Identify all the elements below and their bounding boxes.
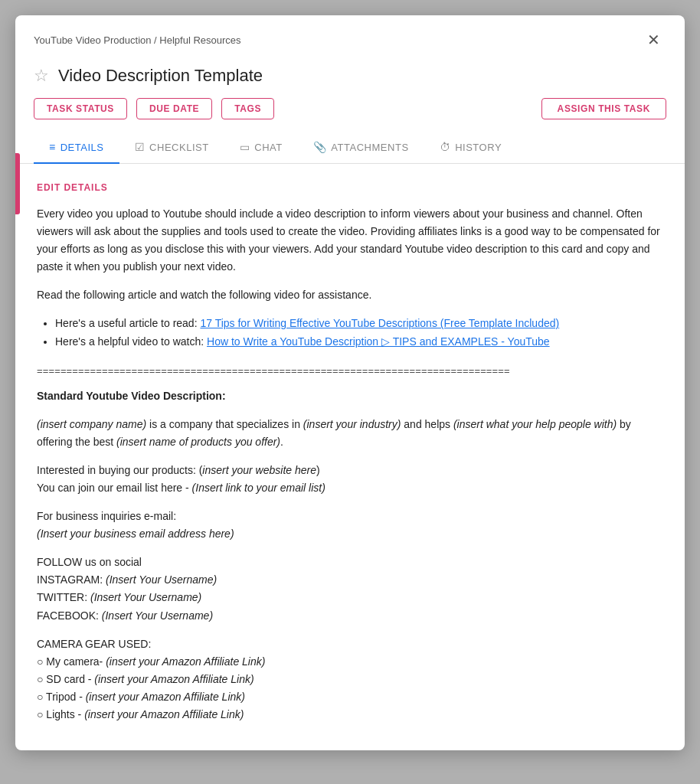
tab-details[interactable]: ≡ DETAILS <box>34 132 119 164</box>
task-status-button[interactable]: TASK STATUS <box>34 98 127 119</box>
close-button[interactable]: ✕ <box>641 29 666 51</box>
intro-paragraph: Every video you upload to Youtube should… <box>37 205 663 276</box>
article-link[interactable]: 17 Tips for Writing Effective YouTube De… <box>200 317 559 329</box>
left-accent-bar <box>15 153 20 214</box>
tab-chat[interactable]: ▭ CHAT <box>224 132 298 164</box>
description-para-3: For business inquiries e-mail: (Insert y… <box>37 508 663 543</box>
modal-header: YouTube Video Production / Helpful Resou… <box>15 15 685 60</box>
star-icon[interactable]: ☆ <box>34 66 49 86</box>
due-date-button[interactable]: DUE DATE <box>136 98 212 119</box>
tab-attachments[interactable]: 📎 ATTACHMENTS <box>298 132 424 164</box>
description-para-4: FOLLOW us on social INSTAGRAM: (Insert Y… <box>37 554 663 624</box>
details-icon: ≡ <box>49 141 56 153</box>
history-icon: ⏱ <box>440 141 451 153</box>
tab-attachments-label: ATTACHMENTS <box>331 142 408 153</box>
chat-icon: ▭ <box>240 141 250 153</box>
assign-task-button[interactable]: ASSIGN THIS TASK <box>541 98 666 119</box>
description-para-5: CAMERA GEAR USED: ○ My camera- (insert y… <box>37 635 663 724</box>
section-label: EDIT DETAILS <box>37 182 663 193</box>
tab-details-label: DETAILS <box>61 142 104 153</box>
tab-checklist[interactable]: ☑ CHECKLIST <box>119 132 224 164</box>
checklist-icon: ☑ <box>135 141 146 153</box>
tab-checklist-label: CHECKLIST <box>149 142 209 153</box>
tab-history[interactable]: ⏱ HISTORY <box>424 132 517 164</box>
content-area: EDIT DETAILS Every video you upload to Y… <box>15 164 685 730</box>
attachments-icon: 📎 <box>313 141 327 153</box>
bullet-prefix-2: Here's a helpful video to watch: <box>55 335 207 348</box>
page-title: Video Description Template <box>58 66 263 86</box>
tab-chat-label: CHAT <box>254 142 283 153</box>
list-item: Here's a useful article to read: 17 Tips… <box>55 315 663 333</box>
list-item: Here's a helpful video to watch: How to … <box>55 333 663 351</box>
video-link[interactable]: How to Write a YouTube Description ▷ TIP… <box>207 335 550 348</box>
action-bar: TASK STATUS DUE DATE TAGS ASSIGN THIS TA… <box>15 98 685 132</box>
breadcrumb: YouTube Video Production / Helpful Resou… <box>34 34 241 46</box>
tags-button[interactable]: TAGS <box>221 98 274 119</box>
resource-list: Here's a useful article to read: 17 Tips… <box>55 315 663 351</box>
standard-title: Standard Youtube Video Description: <box>37 387 663 405</box>
modal-container: YouTube Video Production / Helpful Resou… <box>15 15 685 750</box>
description-para-2: Interested in buying our products: (inse… <box>37 462 663 497</box>
description-para-1: (insert company name) is a company that … <box>37 416 663 451</box>
divider: ========================================… <box>37 365 663 377</box>
title-row: ☆ Video Description Template <box>15 60 685 98</box>
bullet-prefix-1: Here's a useful article to read: <box>55 317 200 329</box>
tab-bar: ≡ DETAILS ☑ CHECKLIST ▭ CHAT 📎 ATTACHMEN… <box>15 132 685 164</box>
read-instruction: Read the following article and watch the… <box>37 286 663 304</box>
tab-history-label: HISTORY <box>455 142 502 153</box>
